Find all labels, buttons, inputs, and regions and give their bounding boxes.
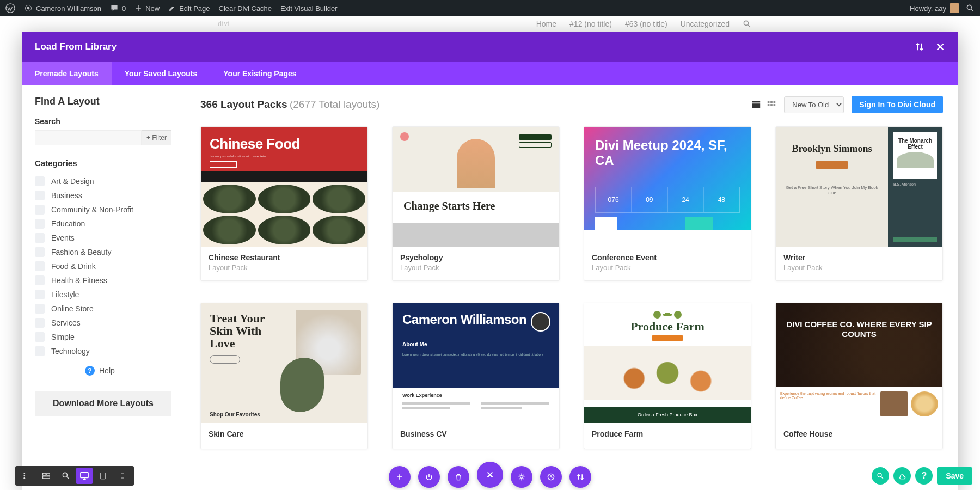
close-icon[interactable] [935, 42, 945, 52]
checkbox[interactable] [35, 346, 45, 356]
modal-header: Load From Library [22, 32, 958, 62]
svg-point-0 [6, 4, 15, 13]
svg-rect-5 [752, 101, 760, 103]
tab-premade-layouts[interactable]: Premade Layouts [22, 62, 112, 85]
power-icon[interactable] [418, 466, 440, 488]
download-more-button[interactable]: Download More Layouts [35, 391, 171, 416]
svg-point-19 [63, 473, 67, 477]
gear-icon[interactable] [511, 466, 532, 488]
edit-page-link[interactable]: Edit Page [168, 4, 210, 13]
layout-subtitle: Layout Pack [209, 264, 360, 272]
layout-card[interactable]: DIVI COFFEE CO. WHERE EVERY SIP COUNTS E… [775, 303, 943, 449]
tab-saved-layouts[interactable]: Your Saved Layouts [112, 62, 211, 85]
signin-divi-cloud-button[interactable]: Sign In To Divi Cloud [852, 96, 943, 113]
svg-point-15 [23, 477, 25, 479]
nav-item[interactable]: #63 (no title) [625, 20, 667, 28]
nav-item[interactable]: Home [536, 20, 556, 28]
exit-builder-link[interactable]: Exit Visual Builder [280, 4, 338, 13]
layout-card[interactable]: Change Starts Here PsychologyLayout Pack [392, 126, 560, 281]
svg-rect-20 [81, 473, 88, 478]
checkbox[interactable] [35, 318, 45, 328]
new-content-link[interactable]: New [134, 4, 160, 13]
nav-item[interactable]: Uncategorized [681, 20, 730, 28]
checkbox[interactable] [35, 290, 45, 299]
layout-card[interactable]: Produce Farm Order a Fresh Produce Box P… [584, 303, 751, 449]
trash-icon[interactable] [448, 466, 469, 488]
filter-button[interactable]: + Filter [142, 130, 171, 145]
category-item[interactable]: Lifestyle [35, 287, 171, 302]
pack-count: 366 Layout Packs [200, 99, 287, 110]
category-item[interactable]: Community & Non-Profit [35, 203, 171, 217]
grid-view-icon[interactable] [751, 100, 761, 109]
checkbox[interactable] [35, 191, 45, 200]
category-item[interactable]: Health & Fitness [35, 273, 171, 287]
portability-icon[interactable] [915, 42, 924, 52]
site-name-link[interactable]: Cameron Williamson [24, 4, 101, 13]
search-icon[interactable] [872, 467, 889, 485]
checkbox[interactable] [35, 219, 45, 229]
desktop-icon[interactable] [76, 468, 93, 484]
howdy-user[interactable]: Howdy, aay [910, 3, 959, 13]
help-link[interactable]: ?Help [35, 366, 171, 376]
svg-point-14 [23, 475, 25, 477]
layout-card[interactable]: Cameron Williamson About Me Lorem ipsum … [392, 303, 560, 449]
category-item[interactable]: Business [35, 188, 171, 203]
layout-title: Business CV [400, 430, 552, 438]
tab-existing-pages[interactable]: Your Existing Pages [210, 62, 309, 85]
close-dock-icon[interactable] [477, 462, 503, 488]
clear-cache-link[interactable]: Clear Divi Cache [219, 4, 272, 13]
svg-rect-22 [121, 474, 124, 478]
layout-subtitle: Layout Pack [400, 264, 552, 272]
layout-card[interactable]: Brooklyn SimmonsGet a Free Short Story W… [775, 126, 943, 281]
checkbox[interactable] [35, 304, 45, 314]
category-item[interactable]: Food & Drink [35, 259, 171, 273]
checkbox[interactable] [35, 205, 45, 215]
layout-subtitle: Layout Pack [783, 264, 935, 272]
checkbox[interactable] [35, 176, 45, 186]
checkbox[interactable] [35, 275, 45, 285]
checkbox[interactable] [35, 332, 45, 342]
help-icon[interactable]: ? [915, 467, 933, 485]
svg-rect-9 [774, 101, 776, 103]
layout-card[interactable]: Treat Your Skin With Love Shop Our Favor… [200, 303, 368, 449]
checkbox[interactable] [35, 247, 45, 257]
category-item[interactable]: Online Store [35, 302, 171, 316]
save-button[interactable]: Save [937, 467, 972, 485]
checkbox[interactable] [35, 233, 45, 243]
nav-item[interactable]: #12 (no title) [569, 20, 612, 28]
history-icon[interactable] [540, 466, 562, 488]
add-icon[interactable] [389, 466, 411, 488]
zoom-icon[interactable] [57, 468, 75, 484]
search-icon[interactable] [966, 4, 975, 13]
sort-icon[interactable] [569, 466, 591, 488]
layout-thumbnail: Treat Your Skin With Love Shop Our Favor… [201, 303, 367, 423]
phone-icon[interactable] [113, 468, 132, 484]
category-item[interactable]: Fashion & Beauty [35, 245, 171, 259]
svg-point-1 [27, 7, 30, 10]
tablet-icon[interactable] [94, 468, 112, 484]
category-item[interactable]: Events [35, 231, 171, 245]
category-item[interactable]: Art & Design [35, 174, 171, 188]
layout-card[interactable]: Chinese Food Lorem ipsum dolor sit amet … [200, 126, 368, 281]
filter-sidebar: Find A Layout Search + Filter Categories… [22, 85, 185, 490]
svg-point-13 [23, 473, 25, 474]
comments-link[interactable]: 0 [110, 4, 126, 13]
menu-icon[interactable] [17, 468, 36, 484]
search-input[interactable] [35, 130, 142, 145]
category-item[interactable]: Education [35, 217, 171, 231]
category-item[interactable]: Services [35, 316, 171, 330]
sort-select[interactable]: New To Old [784, 96, 844, 113]
layout-title: Chinese Restaurant [209, 253, 360, 262]
wireframe-icon[interactable] [37, 468, 56, 484]
checkbox[interactable] [35, 261, 45, 271]
layout-card[interactable]: Divi Meetup 2024, SF, CA 076092448 Confe… [584, 126, 751, 281]
svg-rect-12 [774, 104, 776, 106]
wp-logo-icon[interactable] [5, 3, 15, 13]
category-item[interactable]: Simple [35, 330, 171, 344]
category-item[interactable]: Technology [35, 344, 171, 358]
layout-title: Conference Event [592, 253, 743, 262]
svg-rect-17 [47, 473, 50, 475]
list-view-icon[interactable] [767, 100, 776, 109]
search-icon[interactable] [743, 20, 751, 28]
cloud-sync-icon[interactable] [893, 467, 911, 485]
